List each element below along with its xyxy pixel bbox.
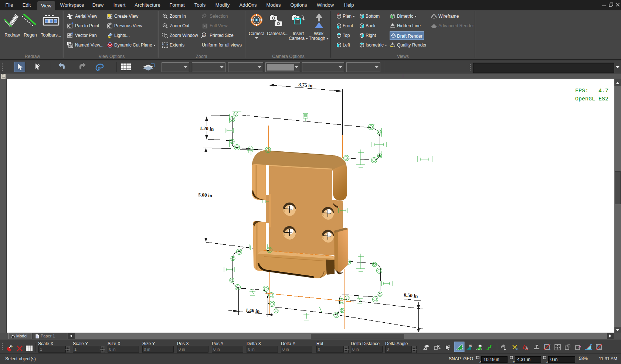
svg-text:0.50 in: 0.50 in [404, 292, 418, 299]
svg-text:5.00 in: 5.00 in [198, 192, 213, 199]
svg-text:1:1: 1:1 [202, 34, 206, 36]
svg-text:1.46 in: 1.46 in [245, 307, 260, 314]
svg-text:1.20 in: 1.20 in [200, 126, 214, 132]
svg-text:WP: WP [469, 345, 472, 347]
